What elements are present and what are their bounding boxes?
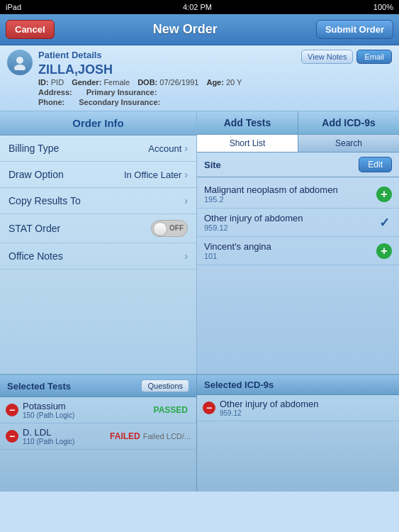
billing-type-row[interactable]: Billing Type Account › (0, 135, 196, 162)
icd-list-item[interactable]: Other injury of abdomen 959.12 ✓ (197, 209, 399, 237)
questions-button[interactable]: Questions (141, 379, 189, 392)
svg-point-1 (14, 65, 26, 70)
icd-item-text-1: Other injury of abdomen 959.12 (204, 213, 376, 232)
selected-icd-title: Selected ICD-9s (204, 379, 274, 390)
selected-icd-panel: Selected ICD-9s − Other injury of abdome… (197, 375, 399, 492)
copy-results-row[interactable]: Copy Results To › (0, 188, 196, 214)
icd-item-code-2: 101 (204, 252, 376, 260)
selected-icd-text-0: Other injury of abdomen 959.12 (220, 399, 393, 417)
gender-value: Female (103, 78, 130, 87)
view-notes-button[interactable]: View Notes (301, 50, 353, 64)
icd-list-item[interactable]: Vincent's angina 101 + (197, 237, 399, 265)
copy-results-label: Copy Results To (9, 195, 184, 206)
draw-option-label: Draw Option (9, 169, 124, 180)
sub-tab-search[interactable]: Search (298, 135, 399, 152)
selected-icd-name-0: Other injury of abdomen (220, 399, 393, 409)
icd-item-text-2: Vincent's angina 101 (204, 241, 376, 260)
patient-details-2: Phone: Secondary Insurance: (38, 98, 247, 106)
icd-item-action-1-icon[interactable]: ✓ (376, 215, 392, 231)
stat-order-toggle[interactable]: OFF (151, 220, 188, 237)
bottom-section: Selected Tests Questions − Potassium 150… (0, 374, 399, 492)
selected-icd-item[interactable]: − Other injury of abdomen 959.12 (197, 395, 399, 421)
tab-add-tests[interactable]: Add Tests (197, 111, 298, 134)
tab-add-icd9s[interactable]: Add ICD-9s (298, 111, 399, 134)
secondary-ins-label: Secondary Insurance: (79, 98, 160, 106)
office-notes-label: Office Notes (9, 250, 184, 262)
main-content: Order Info Billing Type Account › Draw O… (0, 111, 399, 374)
cancel-button[interactable]: Cancel (6, 20, 55, 39)
remove-test-button-1[interactable]: − (6, 430, 18, 443)
remove-icd-button-0[interactable]: − (203, 401, 215, 414)
patient-action-buttons: View Notes Email (301, 50, 392, 64)
stat-order-row[interactable]: STAT Order OFF (0, 214, 196, 243)
test-status-extra: Failed LCD/... (143, 432, 191, 440)
site-bar: Site Edit (197, 153, 399, 177)
test-item-name-1: D. LDL (23, 427, 107, 438)
primary-ins-label: Primary Insurance: (86, 88, 157, 96)
icd-item-action-0-icon[interactable]: + (376, 187, 392, 202)
selected-tests-header: Selected Tests Questions (0, 375, 196, 397)
selected-test-item[interactable]: − D. LDL 110 (Path Logic) FAILED Failed … (0, 423, 196, 450)
draw-option-value: In Office Later (124, 170, 181, 180)
svg-point-0 (16, 57, 23, 64)
toggle-knob (153, 222, 167, 236)
page-title: New Order (153, 22, 218, 37)
email-button[interactable]: Email (356, 50, 392, 64)
office-notes-row[interactable]: Office Notes › (0, 243, 196, 270)
test-status-badge: FAILED (107, 431, 143, 442)
icd-item-code-1: 959.12 (204, 223, 376, 232)
icd-item-code-0: 195.2 (204, 195, 376, 204)
patient-name: ZILLA,JOSH (38, 62, 247, 77)
sub-tab-shortlist[interactable]: Short List (197, 135, 298, 152)
selected-test-item[interactable]: − Potassium 150 (Path Logic) PASSED (0, 397, 196, 423)
stat-order-label: STAT Order (9, 223, 151, 234)
id-label: ID: (38, 78, 49, 87)
selected-tests-panel: Selected Tests Questions − Potassium 150… (0, 375, 197, 492)
icd-item-name-2: Vincent's angina (204, 241, 376, 252)
test-item-info-0: Potassium 150 (Path Logic) (23, 401, 151, 419)
site-edit-button[interactable]: Edit (359, 157, 392, 172)
copy-results-chevron-icon: › (184, 195, 188, 206)
test-item-name-0: Potassium (23, 401, 151, 411)
age-value: 20 Y (226, 78, 242, 87)
draw-option-chevron-icon: › (184, 169, 188, 180)
site-label: Site (204, 160, 221, 170)
dob-value: 07/26/1991 (159, 78, 198, 87)
icd-item-name-1: Other injury of abdomen (204, 213, 376, 223)
selected-icd-code-0: 959.12 (220, 409, 393, 417)
battery-label: 100% (373, 3, 393, 11)
icd-list: Malignant neoplasm of abdomen 195.2 + Ot… (197, 177, 399, 268)
patient-meta: ID: PID Gender: Female DOB: 07/26/1991 A… (38, 78, 247, 87)
icd-item-action-2-icon[interactable]: + (376, 243, 392, 259)
phone-label: Phone: (38, 98, 64, 106)
carrier-label: iPad (6, 3, 21, 11)
toggle-text: OFF (169, 224, 184, 232)
icd-list-item[interactable]: Malignant neoplasm of abdomen 195.2 + (197, 180, 399, 209)
time-label: 4:02 PM (183, 3, 212, 11)
billing-type-label: Billing Type (9, 143, 148, 154)
remove-test-button-0[interactable]: − (6, 404, 18, 416)
billing-chevron-icon: › (184, 143, 188, 154)
top-tabs: Add Tests Add ICD-9s (197, 111, 399, 135)
sub-tabs: Short List Search (197, 135, 399, 153)
test-item-sub-1: 110 (Path Logic) (23, 438, 107, 445)
draw-option-row[interactable]: Draw Option In Office Later › (0, 162, 196, 188)
order-info-panel: Order Info Billing Type Account › Draw O… (0, 111, 197, 374)
gender-label: Gender: (72, 78, 101, 87)
patient-section: Patient Details ZILLA,JOSH ID: PID Gende… (0, 45, 399, 111)
billing-type-value: Account (148, 143, 181, 154)
selected-icd-header: Selected ICD-9s (197, 375, 399, 395)
icd-item-name-0: Malignant neoplasm of abdomen (204, 184, 376, 195)
selected-icd-list: − Other injury of abdomen 959.12 (197, 395, 399, 421)
submit-order-button[interactable]: Submit Order (316, 20, 393, 39)
selected-tests-title: Selected Tests (7, 381, 71, 392)
dob-label: DOB: (137, 78, 157, 87)
nav-bar: Cancel New Order Submit Order (0, 14, 399, 45)
patient-details: Address: Primary Insurance: (38, 88, 247, 96)
test-status-badge: PASSED (151, 404, 191, 416)
test-item-sub-0: 150 (Path Logic) (23, 411, 151, 419)
avatar (7, 50, 33, 75)
status-bar: iPad 4:02 PM 100% (0, 0, 399, 14)
patient-section-label: Patient Details (38, 50, 247, 60)
age-label: Age: (206, 78, 223, 87)
